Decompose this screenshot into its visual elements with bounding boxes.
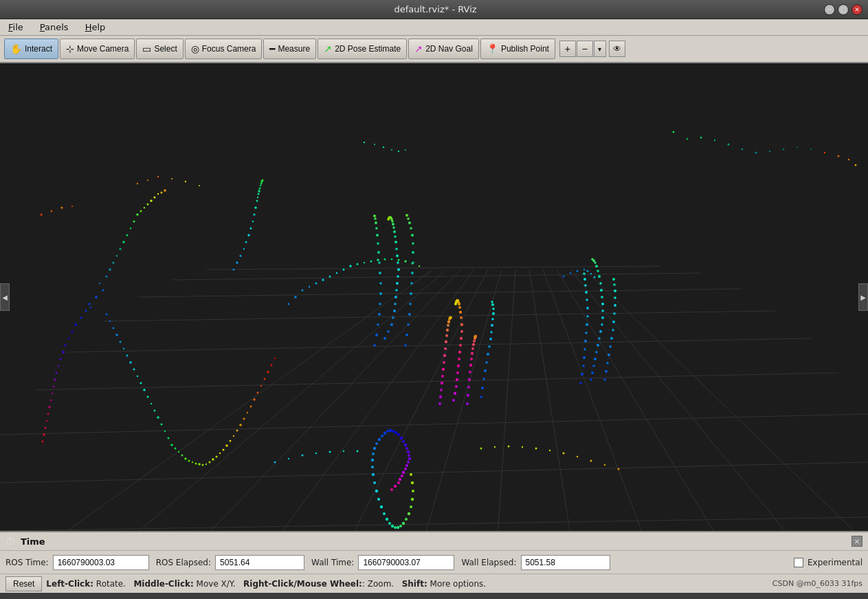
svg-point-190 xyxy=(379,292,382,295)
zoom-options-button[interactable]: ▾ xyxy=(594,41,606,57)
wall-elapsed-field: Wall Elapsed: xyxy=(461,555,610,570)
svg-point-130 xyxy=(256,200,258,202)
left-panel-collapse[interactable]: ◀ xyxy=(0,283,10,311)
maximize-button[interactable]: □ xyxy=(838,4,849,15)
svg-point-339 xyxy=(383,146,384,148)
publish-point-icon: 📍 xyxy=(487,43,498,54)
svg-point-399 xyxy=(445,334,448,337)
svg-point-131 xyxy=(257,197,258,198)
svg-point-216 xyxy=(405,214,408,217)
svg-point-407 xyxy=(481,386,484,389)
svg-point-104 xyxy=(223,449,225,451)
reset-button[interactable]: Reset xyxy=(5,576,42,591)
close-button[interactable]: ✕ xyxy=(852,4,863,15)
svg-point-334 xyxy=(838,155,840,157)
focus-camera-icon: ◎ xyxy=(191,43,199,54)
svg-point-93 xyxy=(184,457,187,460)
publish-point-button[interactable]: 📍 Publish Point xyxy=(480,39,555,59)
svg-point-317 xyxy=(147,179,148,181)
svg-point-362 xyxy=(549,450,550,451)
ros-time-input[interactable] xyxy=(53,555,149,570)
svg-point-54 xyxy=(68,338,69,339)
zoom-out-button[interactable]: − xyxy=(577,41,593,57)
viewport[interactable]: ◀ ▶ xyxy=(0,63,868,531)
svg-point-352 xyxy=(302,455,304,457)
minimize-button[interactable]: ─ xyxy=(824,4,835,15)
svg-point-57 xyxy=(60,358,62,360)
svg-point-61 xyxy=(53,386,55,388)
select-button[interactable]: ▭ Select xyxy=(136,39,183,59)
select-icon: ▭ xyxy=(142,43,151,54)
svg-point-425 xyxy=(469,371,471,373)
svg-point-426 xyxy=(469,364,472,367)
svg-point-257 xyxy=(399,525,402,527)
svg-point-144 xyxy=(322,279,324,281)
svg-point-70 xyxy=(106,314,108,316)
wall-elapsed-input[interactable] xyxy=(521,555,610,570)
svg-point-307 xyxy=(610,337,613,340)
svg-point-218 xyxy=(394,485,397,488)
menu-help[interactable]: Help xyxy=(80,21,111,34)
ros-elapsed-input[interactable] xyxy=(215,555,304,570)
help-shift: Shift: More options. xyxy=(402,579,486,589)
experimental-checkbox[interactable] xyxy=(794,558,803,567)
svg-point-269 xyxy=(594,358,597,360)
time-panel-close-button[interactable]: ✕ xyxy=(852,536,863,547)
help-middle-click: Middle-Click: Move X/Y. xyxy=(133,579,241,589)
svg-point-141 xyxy=(302,290,304,292)
svg-point-375 xyxy=(458,351,461,353)
view-options-button[interactable]: 👁 xyxy=(609,41,625,57)
svg-point-381 xyxy=(459,311,462,314)
svg-point-48 xyxy=(164,189,166,192)
svg-point-116 xyxy=(264,378,266,380)
svg-point-335 xyxy=(848,159,849,160)
measure-button[interactable]: ━ Measure xyxy=(263,39,316,59)
svg-point-401 xyxy=(447,324,449,327)
svg-point-297 xyxy=(586,298,588,301)
svg-point-68 xyxy=(43,433,45,436)
svg-point-208 xyxy=(411,272,414,274)
svg-point-51 xyxy=(80,317,82,319)
svg-point-410 xyxy=(485,361,488,364)
svg-point-74 xyxy=(120,341,122,343)
move-camera-button[interactable]: ⊹ Move Camera xyxy=(60,39,135,59)
svg-point-111 xyxy=(247,412,248,413)
interact-button[interactable]: ✋ Interact xyxy=(4,39,58,59)
svg-point-290 xyxy=(583,356,586,359)
svg-point-113 xyxy=(253,398,256,401)
svg-point-247 xyxy=(373,481,376,484)
menu-file[interactable]: File xyxy=(3,21,29,34)
svg-point-151 xyxy=(370,261,372,263)
help-right-click: Right-Click/Mouse Wheel:: Zoom. xyxy=(243,579,399,589)
svg-point-222 xyxy=(402,471,405,474)
svg-point-342 xyxy=(405,149,406,151)
wall-time-input[interactable] xyxy=(358,555,454,570)
focus-camera-button[interactable]: ◎ Focus Camera xyxy=(185,39,263,59)
svg-point-250 xyxy=(380,505,383,508)
svg-point-209 xyxy=(412,261,414,264)
experimental-section: Experimental xyxy=(794,558,863,567)
svg-point-155 xyxy=(398,259,400,261)
pose-estimate-button[interactable]: ↗ 2D Pose Estimate xyxy=(318,39,407,59)
right-panel-collapse[interactable]: ▶ xyxy=(858,283,868,311)
measure-icon: ━ xyxy=(269,43,275,54)
svg-point-88 xyxy=(168,437,170,439)
svg-point-415 xyxy=(491,324,493,327)
svg-point-221 xyxy=(401,475,403,477)
svg-point-198 xyxy=(375,221,377,224)
svg-point-277 xyxy=(601,303,604,305)
svg-point-263 xyxy=(412,490,414,492)
svg-point-53 xyxy=(71,331,74,333)
nav-goal-button[interactable]: ↗ 2D Nav Goal xyxy=(408,39,479,59)
svg-point-202 xyxy=(405,334,408,336)
svg-point-287 xyxy=(579,382,582,384)
svg-point-275 xyxy=(601,316,604,319)
menu-panels[interactable]: Panels xyxy=(34,21,74,34)
svg-point-411 xyxy=(487,353,489,356)
svg-point-91 xyxy=(178,451,179,453)
svg-point-143 xyxy=(315,283,318,285)
fps-counter: 31fps xyxy=(841,579,863,588)
svg-point-127 xyxy=(252,221,254,222)
svg-point-266 xyxy=(590,378,592,381)
zoom-in-button[interactable]: + xyxy=(559,41,576,57)
